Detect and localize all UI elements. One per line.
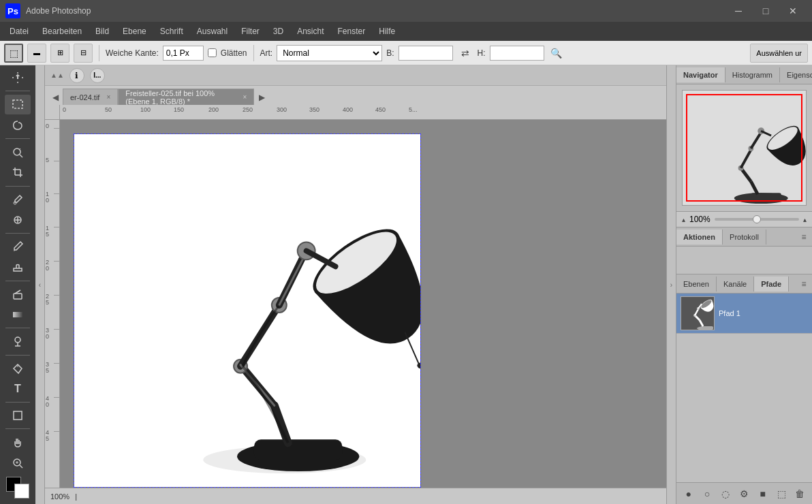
menu-ebene[interactable]: Ebene	[116, 24, 153, 39]
ruler-v-line-0	[54, 128, 59, 129]
filled-square-btn[interactable]: ■	[755, 486, 771, 502]
healing-tool[interactable]	[5, 210, 31, 230]
tool-sep-5	[5, 281, 30, 281]
gear-icon[interactable]: ⚙	[736, 486, 752, 502]
menu-ansicht[interactable]: Ansicht	[290, 24, 330, 39]
marquee-rect-btn[interactable]: ⬚	[4, 44, 23, 63]
lasso-tool[interactable]	[5, 116, 31, 135]
close-button[interactable]: ✕	[779, 0, 807, 22]
tab-close-0[interactable]: ×	[106, 93, 110, 101]
eyedropper-tool[interactable]	[5, 189, 31, 208]
delete-layer-btn[interactable]: 🗑	[792, 486, 808, 502]
ruler-v-45b: 5	[46, 435, 49, 442]
tab-close-1[interactable]: ×	[243, 93, 247, 101]
ruler-v-line-35	[54, 363, 59, 364]
tab-label-0: er-024.tif	[70, 93, 99, 101]
zoom-out-icon[interactable]: ▴	[682, 216, 685, 223]
nav-zoom-thumb[interactable]	[753, 215, 761, 223]
ruler-h-350: 350	[309, 106, 319, 113]
canvas-scroll[interactable]: 0 50 100 150 200 250 300 350 400	[45, 105, 666, 488]
eraser-tool[interactable]	[5, 285, 31, 304]
actions-panel: Aktionen Protokoll ≡	[676, 227, 812, 274]
expand-left-icon[interactable]: ▲▲	[50, 72, 64, 79]
ruler-v-line-40	[54, 397, 59, 398]
tab-eigenschaften[interactable]: Eigenschaf	[780, 67, 812, 82]
pen-tool[interactable]	[5, 359, 31, 378]
tab-ebenen[interactable]: Ebenen	[676, 277, 717, 292]
marquee-single-row-btn[interactable]: ▬	[27, 44, 46, 63]
add-mask-btn[interactable]: ⬚	[773, 486, 790, 502]
quick-selection-tool[interactable]	[5, 142, 31, 161]
minimize-button[interactable]: ─	[725, 0, 752, 22]
tab-kanaele[interactable]: Kanäle	[717, 277, 754, 292]
menu-bild[interactable]: Bild	[89, 24, 116, 39]
info-btn[interactable]: ℹ	[69, 68, 84, 83]
feather-input[interactable]	[163, 46, 204, 61]
layers-menu-btn[interactable]: ≡	[796, 276, 812, 292]
selection-subtract-btn[interactable]: ⊟	[74, 44, 93, 63]
dotted-circle-btn[interactable]: ◌	[717, 486, 734, 502]
ruler-h-100: 100	[140, 106, 151, 113]
tab-scroll-right[interactable]: ▶	[254, 90, 269, 105]
nav-zoom-slider[interactable]	[715, 218, 799, 221]
actions-panel-header: Aktionen Protokoll ≡	[676, 227, 812, 247]
menu-hilfe[interactable]: Hilfe	[372, 24, 402, 39]
height-input[interactable]	[490, 46, 544, 61]
actions-menu-btn[interactable]: ≡	[796, 229, 812, 245]
marquee-tool[interactable]	[5, 95, 31, 114]
tab-scroll-left[interactable]: ◀	[48, 90, 63, 105]
crop-tool[interactable]	[5, 163, 31, 182]
canvas-viewport[interactable]	[60, 120, 666, 488]
selection-add-btn[interactable]: ⊞	[50, 44, 69, 63]
menu-bearbeiten[interactable]: Bearbeiten	[35, 24, 89, 39]
menu-fenster[interactable]: Fenster	[331, 24, 373, 39]
hand-tool[interactable]	[5, 432, 31, 452]
smooth-checkbox[interactable]	[208, 48, 217, 57]
svg-point-14	[15, 337, 20, 343]
menu-filter[interactable]: Filter	[234, 24, 266, 39]
shape-tool[interactable]	[5, 406, 31, 425]
status-bar: 100% |	[45, 488, 666, 504]
tab-1[interactable]: Freisteller-025.tif bei 100% (Ebene 1, R…	[118, 89, 254, 105]
menu-schrift[interactable]: Schrift	[153, 24, 190, 39]
empty-circle-btn[interactable]: ○	[699, 486, 715, 502]
tab-0[interactable]: er-024.tif ×	[63, 89, 118, 105]
layers-panel: Ebenen Kanäle Pfade ≡	[676, 274, 812, 504]
maximize-button[interactable]: □	[752, 0, 779, 22]
layer-row-pfad1[interactable]: Pfad 1	[676, 294, 812, 334]
swap-icon[interactable]: ⇄	[457, 45, 473, 61]
fill-circle-btn[interactable]: ●	[681, 486, 697, 502]
brush-tool[interactable]	[5, 237, 31, 256]
right-collapse-btn[interactable]: ›	[666, 65, 676, 504]
stamp-tool[interactable]	[5, 257, 31, 277]
width-input[interactable]	[399, 46, 453, 61]
style-label: Art:	[260, 48, 273, 58]
search-icon[interactable]: 🔍	[548, 45, 565, 61]
ruler-h-450: 450	[375, 106, 386, 113]
ruler-v-20b: 0	[46, 265, 49, 272]
properties-btn[interactable]: I...	[90, 68, 105, 83]
tab-protokoll[interactable]: Protokoll	[723, 230, 766, 245]
menu-datei[interactable]: Datei	[3, 24, 35, 39]
type-tool[interactable]: T	[5, 379, 31, 398]
gradient-tool[interactable]	[5, 305, 31, 324]
zoom-tool[interactable]	[5, 454, 31, 473]
move-tool[interactable]	[5, 68, 31, 87]
menu-auswahl[interactable]: Auswahl	[190, 24, 234, 39]
actions-content	[676, 247, 812, 274]
tab-pfade[interactable]: Pfade	[754, 277, 789, 292]
ruler-v-40b: 0	[46, 401, 49, 408]
tool-sep-4	[5, 233, 30, 234]
dodge-tool[interactable]	[5, 332, 31, 351]
apply-btn[interactable]: Auswählen ur	[750, 44, 808, 63]
style-select[interactable]: Normal Festes Seitenverhältnis Feste Grö…	[277, 45, 382, 61]
tool-sep-2	[5, 138, 30, 139]
navigator-panel: Navigator Histogramm Eigenschaf Korrektu…	[676, 65, 812, 227]
zoom-in-icon[interactable]: ▴	[803, 216, 807, 223]
left-collapse-btn[interactable]: ‹	[35, 65, 45, 504]
menu-3d[interactable]: 3D	[266, 24, 290, 39]
tab-histogramm[interactable]: Histogramm	[725, 67, 780, 82]
tab-aktionen[interactable]: Aktionen	[676, 230, 723, 245]
color-swatches[interactable]	[5, 475, 31, 499]
tab-navigator[interactable]: Navigator	[676, 67, 725, 82]
